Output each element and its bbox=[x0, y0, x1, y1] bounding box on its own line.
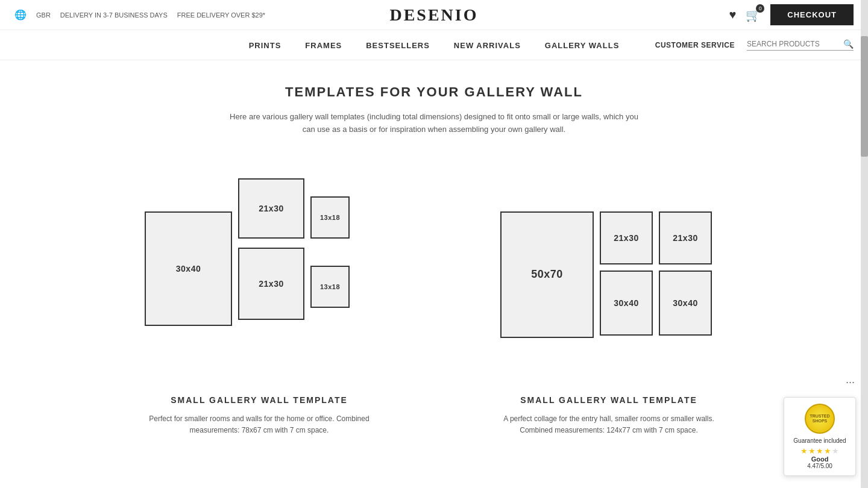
trust-good: Good bbox=[793, 455, 847, 463]
cart-button[interactable]: 🛒 0 bbox=[746, 8, 761, 22]
template-2-desc: A perfect collage for the entry hall, sm… bbox=[494, 413, 723, 436]
top-bar: 🌐 GBR DELIVERY IN 3-7 BUSINESS DAYS FREE… bbox=[0, 0, 868, 30]
main-content: TEMPLATES FOR YOUR GALLERY WALL Here are… bbox=[0, 60, 868, 472]
template-1: 30x40 21x30 13x18 21x30 bbox=[108, 172, 410, 436]
template-2-label: SMALL GALLERY WALL TEMPLATE bbox=[520, 395, 697, 405]
top-bar-left: 🌐 GBR DELIVERY IN 3-7 BUSINESS DAYS FREE… bbox=[14, 9, 265, 20]
more-button[interactable]: ··· bbox=[846, 376, 855, 389]
customer-service-link[interactable]: CUSTOMER SERVICE bbox=[655, 41, 735, 49]
frame-21x30-top-left: 21x30 bbox=[600, 211, 653, 264]
site-logo[interactable]: DESENIO bbox=[389, 5, 478, 24]
frame-21x30-top-right: 21x30 bbox=[659, 211, 712, 264]
seal-text: TRUSTEDSHOPS bbox=[810, 414, 829, 424]
nav-link-bestsellers[interactable]: BESTSELLERS bbox=[366, 41, 430, 50]
search-bar[interactable]: 🔍 bbox=[747, 39, 854, 51]
template-2-frames: 50x70 21x30 21x30 30x40 bbox=[500, 202, 717, 347]
free-delivery-text: FREE DELIVERY OVER $29* bbox=[177, 11, 265, 19]
nav-item-bestsellers[interactable]: BESTSELLERS bbox=[366, 40, 430, 51]
nav-link-prints[interactable]: PRINTS bbox=[249, 41, 281, 50]
frame-30x40-bottom-left: 30x40 bbox=[600, 271, 653, 336]
checkout-button[interactable]: CHECKOUT bbox=[770, 4, 854, 25]
wishlist-button[interactable]: ♥ bbox=[729, 8, 736, 22]
template-2-visual: 50x70 21x30 21x30 30x40 bbox=[458, 172, 760, 377]
search-input[interactable] bbox=[747, 40, 843, 48]
frame-30x40-bottom-right: 30x40 bbox=[659, 271, 712, 336]
nav-links: PRINTS FRAMES BESTSELLERS NEW ARRIVALS G… bbox=[249, 40, 620, 51]
nav-right: CUSTOMER SERVICE 🔍 bbox=[655, 39, 854, 51]
region-label: GBR bbox=[36, 11, 51, 19]
search-icon[interactable]: 🔍 bbox=[843, 39, 854, 49]
scrollbar-thumb[interactable] bbox=[861, 36, 868, 157]
scrollbar[interactable] bbox=[861, 0, 868, 472]
frame-30x40-left: 30x40 bbox=[145, 211, 232, 326]
template-1-visual: 30x40 21x30 13x18 21x30 bbox=[108, 172, 410, 377]
nav-link-gallery-walls[interactable]: GALLERY WALLS bbox=[545, 41, 620, 50]
frame-50x70: 50x70 bbox=[500, 211, 594, 338]
main-nav: PRINTS FRAMES BESTSELLERS NEW ARRIVALS G… bbox=[0, 30, 868, 60]
template-1-frames: 30x40 21x30 13x18 21x30 bbox=[145, 178, 374, 371]
page-description: Here are various gallery wall templates … bbox=[229, 111, 639, 136]
guarantee-label: Guarantee included bbox=[793, 437, 847, 444]
templates-grid: 30x40 21x30 13x18 21x30 bbox=[0, 172, 868, 436]
page-title: TEMPLATES FOR YOUR GALLERY WALL bbox=[0, 84, 868, 100]
frame-13x18-top: 13x18 bbox=[310, 196, 350, 239]
globe-icon: 🌐 bbox=[14, 9, 27, 20]
frame-21x30-bottom: 21x30 bbox=[238, 248, 304, 320]
template-1-desc: Perfect for smaller rooms and walls for … bbox=[145, 413, 374, 436]
trust-rating: 4.47/5.00 bbox=[793, 463, 847, 469]
delivery-text: DELIVERY IN 3-7 BUSINESS DAYS bbox=[60, 11, 168, 19]
nav-item-new-arrivals[interactable]: NEW ARRIVALS bbox=[454, 40, 521, 51]
trust-seal: TRUSTEDSHOPS bbox=[805, 404, 835, 434]
template-2: 50x70 21x30 21x30 30x40 bbox=[458, 172, 760, 436]
trust-stars: ★★★★★ bbox=[793, 446, 847, 455]
top-bar-right: ♥ 🛒 0 CHECKOUT bbox=[729, 4, 854, 25]
cart-count: 0 bbox=[756, 4, 764, 13]
frame-21x30-top: 21x30 bbox=[238, 178, 304, 239]
frame-13x18-bottom: 13x18 bbox=[310, 266, 350, 308]
logo-container: DESENIO bbox=[389, 5, 478, 25]
nav-item-gallery-walls[interactable]: GALLERY WALLS bbox=[545, 40, 620, 51]
nav-item-prints[interactable]: PRINTS bbox=[249, 40, 281, 51]
nav-item-frames[interactable]: FRAMES bbox=[305, 40, 342, 51]
template-1-label: SMALL GALLERY WALL TEMPLATE bbox=[171, 395, 348, 405]
nav-link-new-arrivals[interactable]: NEW ARRIVALS bbox=[454, 41, 521, 50]
nav-link-frames[interactable]: FRAMES bbox=[305, 41, 342, 50]
trust-badge: TRUSTEDSHOPS Guarantee included ★★★★★ Go… bbox=[784, 397, 856, 472]
